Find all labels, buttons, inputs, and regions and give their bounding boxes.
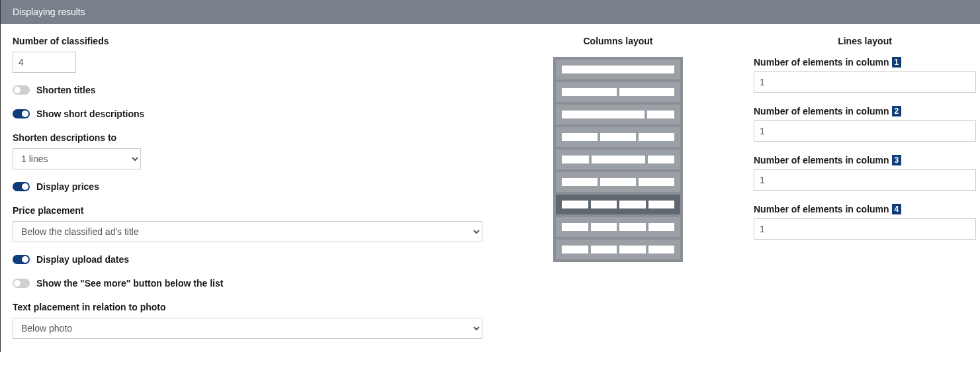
section-title: Displaying results (13, 7, 85, 17)
layout-cell-icon (639, 178, 674, 186)
layout-cell-icon (600, 133, 636, 141)
number-of-classifieds-label: Number of classifieds (13, 36, 482, 46)
elements-in-column-label: Number of elements in column3 (754, 155, 976, 165)
columns-layout-option[interactable] (556, 105, 680, 124)
layout-cell-icon (562, 223, 588, 231)
layout-cell-icon (591, 201, 617, 208)
elements-in-column-input[interactable] (754, 71, 976, 93)
show-short-descriptions-label: Show short descriptions (36, 109, 144, 119)
lines-layout-group: Number of elements in column4 (754, 204, 976, 240)
display-prices-toggle[interactable]: Display prices (13, 181, 482, 192)
lines-layout-group: Number of elements in column3 (754, 155, 976, 191)
column-number-badge: 3 (892, 155, 902, 165)
columns-layout-column: Columns layout (496, 36, 740, 339)
elements-in-column-label: Number of elements in column4 (754, 204, 976, 214)
columns-layout-option[interactable] (556, 172, 680, 192)
layout-cell-icon (648, 246, 675, 253)
layout-cell-icon (619, 201, 646, 208)
text-placement-select[interactable]: Below photo (13, 318, 482, 339)
elements-in-column-label: Number of elements in column1 (754, 57, 976, 68)
layout-cell-icon (562, 88, 617, 96)
elements-in-column-text: Number of elements in column (754, 106, 889, 116)
display-prices-label: Display prices (36, 181, 99, 192)
shorten-descriptions-to-label: Shorten descriptions to (13, 132, 482, 143)
layout-cell-icon (591, 246, 617, 253)
layout-cell-icon (562, 66, 674, 73)
shorten-titles-label: Shorten titles (36, 85, 95, 95)
layout-cell-icon (562, 111, 645, 118)
elements-in-column-text: Number of elements in column (754, 204, 889, 214)
layout-cell-icon (562, 156, 589, 163)
layout-cell-icon (619, 223, 646, 231)
elements-in-column-text: Number of elements in column (754, 155, 889, 165)
elements-in-column-input[interactable] (754, 218, 976, 240)
layout-cell-icon (592, 156, 645, 163)
elements-in-column-label: Number of elements in column2 (754, 106, 976, 116)
columns-layout-option[interactable] (556, 217, 680, 237)
toggle-switch-on-icon (13, 255, 30, 264)
elements-in-column-text: Number of elements in column (754, 57, 889, 68)
columns-layout-option[interactable] (556, 82, 680, 102)
layout-cell-icon (562, 133, 598, 141)
layout-cell-icon (648, 223, 675, 231)
layout-cell-icon (591, 223, 617, 231)
settings-column: Number of classifieds Shorten titles Sho… (13, 36, 482, 339)
toggle-switch-off-icon (13, 85, 30, 95)
display-upload-dates-label: Display upload dates (36, 254, 129, 265)
section-header: Displaying results (1, 0, 980, 24)
shorten-descriptions-to-select[interactable]: 1 lines (13, 148, 141, 169)
columns-layout-option[interactable] (556, 195, 680, 214)
lines-layout-heading: Lines layout (838, 36, 892, 46)
layout-cell-icon (562, 246, 588, 253)
shorten-titles-toggle[interactable]: Shorten titles (13, 85, 482, 95)
column-number-badge: 1 (892, 57, 902, 68)
column-number-badge: 4 (892, 204, 902, 214)
layout-cell-icon (562, 201, 588, 208)
layout-cell-icon (600, 178, 636, 186)
layout-cell-icon (562, 178, 598, 186)
toggle-switch-on-icon (13, 109, 30, 118)
lines-layout-group: Number of elements in column2 (754, 106, 976, 142)
elements-in-column-input[interactable] (754, 169, 976, 191)
display-upload-dates-toggle[interactable]: Display upload dates (13, 254, 482, 265)
columns-layout-option[interactable] (556, 240, 680, 259)
layout-cell-icon (648, 201, 675, 208)
text-placement-label: Text placement in relation to photo (13, 302, 482, 312)
lines-layout-group: Number of elements in column1 (754, 57, 976, 93)
layout-cell-icon (619, 88, 674, 96)
columns-layout-option[interactable] (556, 150, 680, 169)
price-placement-label: Price placement (13, 205, 482, 216)
layout-cell-icon (648, 156, 675, 163)
columns-layout-option[interactable] (556, 127, 680, 147)
elements-in-column-input[interactable] (754, 120, 976, 142)
see-more-label: Show the "See more" button below the lis… (36, 278, 223, 289)
layout-cell-icon (639, 133, 674, 141)
lines-layout-column: Lines layout Number of elements in colum… (754, 36, 976, 339)
layout-cell-icon (647, 111, 675, 118)
columns-layout-option[interactable] (556, 60, 680, 79)
number-of-classifieds-input[interactable] (13, 52, 76, 73)
column-number-badge: 2 (892, 106, 902, 116)
show-short-descriptions-toggle[interactable]: Show short descriptions (13, 109, 482, 119)
columns-layout-heading: Columns layout (583, 36, 652, 46)
toggle-switch-on-icon (13, 182, 30, 191)
price-placement-select[interactable]: Below the classified ad's title (13, 221, 482, 242)
layout-cell-icon (619, 246, 646, 253)
see-more-toggle[interactable]: Show the "See more" button below the lis… (13, 278, 482, 289)
columns-layout-grid (553, 57, 683, 262)
toggle-switch-off-icon (13, 279, 30, 288)
